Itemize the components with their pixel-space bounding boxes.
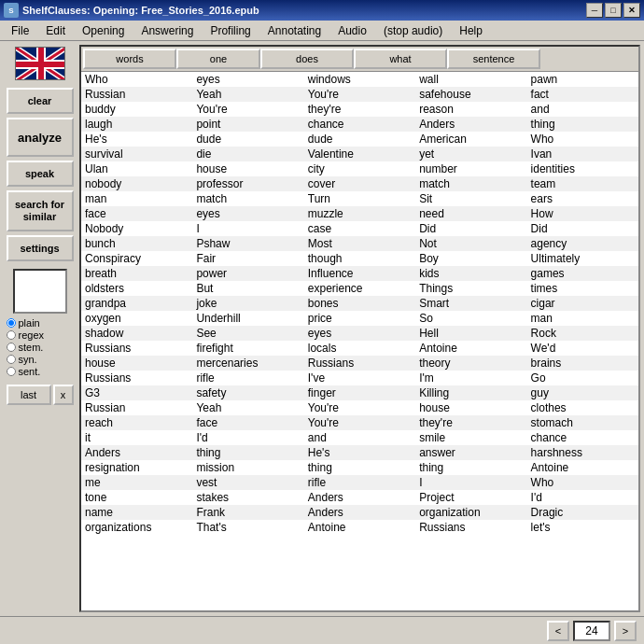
table-row[interactable]: resignationmissionthingthingAntoine	[81, 460, 638, 475]
table-cell: guy	[527, 385, 638, 400]
table-cell: Nobody	[81, 221, 192, 236]
table-row[interactable]: itI'dandsmilechance	[81, 430, 638, 445]
radio-sent[interactable]: sent.	[7, 366, 74, 377]
menu-annotating[interactable]: Annotating	[260, 21, 329, 40]
table-cell: locals	[304, 341, 415, 356]
table-row[interactable]: grandpajokebonesSmartcigar	[81, 296, 638, 311]
table-cell: Yeah	[192, 87, 303, 102]
col-header-does[interactable]: does	[260, 49, 354, 69]
table-cell: Anders	[81, 445, 192, 460]
table-cell: stomach	[527, 415, 638, 430]
table-cell: safety	[192, 385, 303, 400]
table-row[interactable]: RussiansrifleI'veI'mGo	[81, 371, 638, 385]
table-row[interactable]: faceeyesmuzzleneedHow	[81, 206, 638, 221]
table-cell: Project	[415, 490, 526, 505]
table-cell: How	[527, 206, 638, 221]
radio-regex[interactable]: regex	[7, 329, 74, 341]
table-row[interactable]: laughpointchanceAndersthing	[81, 117, 638, 132]
table-cell: See	[192, 326, 303, 341]
table-cell: G3	[81, 385, 192, 400]
analyze-button[interactable]: analyze	[7, 118, 74, 157]
radio-plain[interactable]: plain	[7, 317, 74, 329]
table-cell: laugh	[81, 117, 192, 132]
menu-edit[interactable]: Edit	[38, 21, 73, 40]
prev-page-button[interactable]: <	[547, 621, 569, 641]
x-button[interactable]: x	[53, 385, 74, 405]
table-row[interactable]: survivaldieValentineyetIvan	[81, 147, 638, 161]
table-row[interactable]: bunchPshawMostNotagency	[81, 236, 638, 251]
table-cell: finger	[304, 385, 415, 400]
table-row[interactable]: manmatchTurnSitears	[81, 191, 638, 206]
table-cell: rifle	[304, 475, 415, 490]
table-cell: resignation	[81, 460, 192, 475]
menu-opening[interactable]: Opening	[75, 21, 132, 40]
menu-file[interactable]: File	[4, 21, 36, 40]
table-row[interactable]: ConspiracyFairthoughBoyUltimately	[81, 251, 638, 266]
table-row[interactable]: AndersthingHe'sanswerharshness	[81, 445, 638, 460]
table-cell: Who	[527, 132, 638, 147]
radio-syn[interactable]: syn.	[7, 354, 74, 365]
table-cell: Russians	[81, 341, 192, 356]
table-cell: and	[527, 102, 638, 117]
word-table-container[interactable]: WhoeyeswindowswallpawnRussianYeahYou'res…	[81, 72, 638, 610]
search-similar-button[interactable]: search for similar	[7, 190, 74, 231]
table-row[interactable]: nobodyprofessorcovermatchteam	[81, 176, 638, 191]
preview-box	[13, 269, 67, 314]
table-cell: let's	[527, 520, 638, 535]
col-header-sentence[interactable]: sentence	[447, 49, 540, 69]
col-header-words[interactable]: words	[83, 49, 176, 69]
table-row[interactable]: He'sdudedudeAmericanWho	[81, 132, 638, 147]
table-cell: reach	[81, 415, 192, 430]
table-row[interactable]: shadowSeeeyesHellRock	[81, 326, 638, 341]
radio-stem[interactable]: stem.	[7, 342, 74, 353]
settings-button[interactable]: settings	[7, 235, 74, 261]
table-row[interactable]: organizationsThat'sAntoineRussianslet's	[81, 520, 638, 535]
table-cell: experience	[304, 281, 415, 296]
table-row[interactable]: NobodyIcaseDidDid	[81, 221, 638, 236]
table-row[interactable]: Whoeyeswindowswallpawn	[81, 72, 638, 87]
table-cell: house	[192, 161, 303, 176]
table-cell: He's	[304, 445, 415, 460]
table-cell: reason	[415, 102, 526, 117]
table-cell: ears	[527, 191, 638, 206]
menu-answering[interactable]: Answering	[133, 21, 201, 40]
table-row[interactable]: oxygenUnderhillpriceSoman	[81, 311, 638, 326]
table-row[interactable]: RussianYeahYou'resafehousefact	[81, 87, 638, 102]
table-cell: Russian	[81, 400, 192, 415]
col-header-one[interactable]: one	[176, 49, 260, 69]
table-row[interactable]: G3safetyfingerKillingguy	[81, 385, 638, 400]
table-cell: Anders	[304, 505, 415, 520]
table-row[interactable]: RussianYeahYou'rehouseclothes	[81, 400, 638, 415]
page-number: 24	[573, 621, 610, 641]
table-cell: need	[415, 206, 526, 221]
table-cell: He's	[81, 132, 192, 147]
table-cell: Hell	[415, 326, 526, 341]
close-button[interactable]: ✕	[623, 3, 640, 18]
maximize-button[interactable]: □	[605, 3, 622, 18]
table-row[interactable]: tonestakesAndersProjectI'd	[81, 490, 638, 505]
col-header-what[interactable]: what	[354, 49, 447, 69]
next-page-button[interactable]: >	[614, 621, 637, 641]
table-cell: and	[304, 430, 415, 445]
table-cell: I	[415, 475, 526, 490]
table-row[interactable]: mevestrifleIWho	[81, 475, 638, 490]
table-row[interactable]: Ulanhousecitynumberidentities	[81, 161, 638, 176]
table-cell: Dragic	[527, 505, 638, 520]
table-cell: windows	[304, 72, 415, 87]
minimize-button[interactable]: ─	[586, 3, 603, 18]
menu-stop-audio[interactable]: (stop audio)	[376, 21, 450, 40]
table-row[interactable]: nameFrankAndersorganizationDragic	[81, 505, 638, 520]
menu-profiling[interactable]: Profiling	[203, 21, 258, 40]
clear-button[interactable]: clear	[7, 88, 74, 114]
table-row[interactable]: RussiansfirefightlocalsAntoineWe'd	[81, 341, 638, 356]
table-row[interactable]: buddyYou'rethey'rereasonand	[81, 102, 638, 117]
table-row[interactable]: breathpowerInfluencekidsgames	[81, 266, 638, 281]
table-row[interactable]: housemercenariesRussianstheorybrains	[81, 356, 638, 371]
last-button[interactable]: last	[7, 385, 51, 405]
table-row[interactable]: reachfaceYou'rethey'restomach	[81, 415, 638, 430]
speak-button[interactable]: speak	[7, 161, 74, 187]
menu-audio[interactable]: Audio	[330, 21, 374, 40]
table-row[interactable]: oldstersButexperienceThingstimes	[81, 281, 638, 296]
table-cell: eyes	[192, 72, 303, 87]
menu-help[interactable]: Help	[452, 21, 490, 40]
